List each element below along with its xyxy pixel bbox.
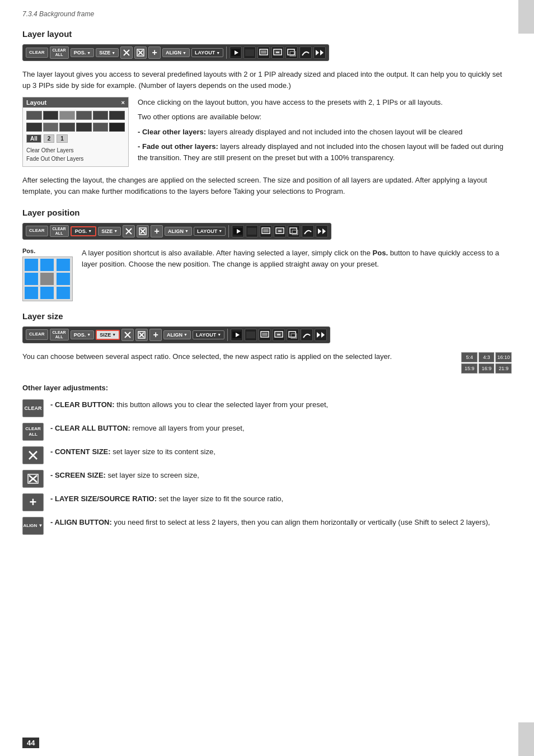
pos-dropdown[interactable]: POS. ▼ (71, 48, 94, 57)
transition-icon-2[interactable] (316, 225, 328, 237)
clear-icon-box[interactable]: CLEAR (22, 399, 44, 417)
preview2-icon-3[interactable] (245, 329, 257, 341)
screen-size-rest: set layer size to screen size, (108, 471, 199, 479)
align-icon-box[interactable]: ALIGN ▼ (22, 517, 44, 535)
screen-size-icon[interactable] (134, 46, 147, 59)
layout-cell-10[interactable] (76, 123, 92, 132)
pos-cell-3[interactable] (57, 259, 70, 271)
layout-cell-12[interactable] (109, 123, 125, 132)
layout-cell-1[interactable] (26, 111, 42, 120)
layout-cell-5[interactable] (93, 111, 109, 120)
align-dropdown-2[interactable]: ALIGN▼ (165, 227, 192, 236)
layer-icon-3[interactable] (259, 329, 271, 341)
clear-button-2[interactable]: CLEAR (26, 226, 48, 236)
layer-icon[interactable] (257, 46, 270, 59)
layout-option-fade[interactable]: Fade Out Other Layers (26, 155, 125, 163)
pos-cell-6[interactable] (57, 273, 70, 285)
pos-cell-9[interactable] (57, 287, 70, 299)
preview2-icon[interactable] (243, 46, 256, 59)
layout-intro: Once clicking on the layout button, you … (138, 97, 512, 108)
align-dropdown[interactable]: ALIGN ▼ (162, 48, 190, 57)
ratio-5-4[interactable]: 5:4 (461, 352, 477, 362)
clear-all-button-2[interactable]: CLEARALL (50, 225, 69, 237)
layout-cell-2[interactable] (43, 111, 59, 120)
clear-button[interactable]: CLEAR (26, 48, 48, 58)
ratio-21-9[interactable]: 21:9 (495, 363, 512, 374)
screen-size-icon-2[interactable] (137, 225, 149, 237)
content-size-icon-2[interactable] (123, 225, 135, 237)
size-dropdown-3[interactable]: SIZE▼ (96, 330, 120, 340)
preview2-icon-2[interactable] (246, 225, 258, 237)
layer-ratio-icon-3[interactable]: + (149, 329, 162, 341)
size-section-row: You can choose between several aspect ra… (22, 351, 512, 374)
clear-all-icon-box[interactable]: CLEARALL (22, 423, 44, 441)
program-icon-2[interactable] (274, 225, 286, 237)
layout-tab-all[interactable]: All (26, 134, 41, 143)
preview-icon[interactable] (229, 46, 242, 59)
layout-panel-close-icon[interactable]: × (121, 99, 125, 106)
screen-size-icon-3[interactable] (135, 329, 148, 341)
transition-icon-3[interactable] (315, 329, 327, 341)
curve-icon[interactable] (299, 46, 312, 59)
curve-icon-3[interactable] (301, 329, 313, 341)
pos-cell-7[interactable] (25, 287, 38, 299)
preview-icon-2[interactable] (232, 225, 244, 237)
program-icon-3[interactable] (273, 329, 285, 341)
pos-cell-2[interactable] (40, 259, 54, 271)
layout-cell-8[interactable] (43, 123, 59, 132)
layout-cell-11[interactable] (93, 123, 109, 132)
pos-cell-5[interactable] (40, 273, 54, 285)
clear-button-3[interactable]: CLEAR (26, 329, 48, 339)
layout-cell-4[interactable] (76, 111, 92, 120)
layout-dropdown-3[interactable]: LAYOUT▼ (193, 330, 224, 339)
svg-rect-29 (278, 230, 282, 232)
svg-marker-50 (321, 332, 325, 338)
ratio-16-9[interactable]: 16:9 (479, 363, 495, 374)
ratio-15-9[interactable]: 15:9 (461, 363, 477, 374)
ratio-4-3[interactable]: 4:3 (479, 352, 495, 362)
layout-option-clear[interactable]: Clear Other Layers (26, 146, 125, 155)
svg-rect-7 (245, 49, 254, 56)
layer-ratio-icon-2[interactable]: + (151, 225, 163, 237)
transition-icon[interactable] (313, 46, 326, 59)
position-description: A layer position shortcut is also availa… (82, 248, 512, 301)
screen-size-icon-box[interactable] (22, 470, 44, 488)
other-adjustments-title: Other layer adjustments: (22, 382, 512, 394)
layout2-arrow-icon: ▼ (218, 229, 222, 233)
layout-cell-3[interactable] (59, 111, 75, 120)
program-icon[interactable] (271, 46, 284, 59)
pos-cell-8[interactable] (40, 287, 54, 299)
layout-tab-2[interactable]: 2 (44, 134, 55, 143)
curve-icon-2[interactable] (302, 225, 314, 237)
resize-icon-3[interactable] (287, 329, 299, 341)
clear-option-bold: - Clear other layers: (138, 128, 206, 136)
svg-rect-41 (246, 332, 255, 338)
pos-cell-4[interactable] (25, 273, 38, 285)
layer-ratio-icon[interactable]: + (148, 46, 161, 59)
content-size-icon-box[interactable] (22, 446, 44, 464)
resize-icon-2[interactable] (288, 225, 300, 237)
clear-all-button-3[interactable]: CLEARALL (50, 329, 69, 340)
layout-tab-1[interactable]: 1 (57, 134, 68, 143)
layout-cell-6[interactable] (109, 111, 125, 120)
fade-option-text: - Fade out other layers: layers already … (138, 141, 512, 164)
align-dropdown-3[interactable]: ALIGN▼ (163, 330, 191, 339)
preview-icon-3[interactable] (231, 329, 243, 341)
size-dropdown[interactable]: SIZE ▼ (96, 48, 119, 57)
resize-icon[interactable] (285, 46, 298, 59)
pos-cell-1[interactable] (25, 259, 38, 271)
content-size-icon-3[interactable] (121, 329, 134, 341)
pos-dropdown-2[interactable]: POS. ▼ (71, 226, 96, 236)
content-size-icon[interactable] (120, 46, 133, 59)
layer-ratio-icon-box[interactable]: + (22, 493, 44, 511)
layout-cell-7[interactable] (26, 123, 42, 132)
layout-dropdown[interactable]: LAYOUT ▼ (191, 48, 223, 57)
layout-dropdown-2[interactable]: LAYOUT▼ (194, 227, 226, 236)
layer-icon-2[interactable] (260, 225, 272, 237)
layout-cell-9[interactable] (59, 123, 75, 132)
size-dropdown-2[interactable]: SIZE ▼ (98, 227, 121, 236)
pos-dropdown-3[interactable]: POS.▼ (71, 330, 94, 339)
clear-all-button[interactable]: CLEARALL (50, 46, 69, 58)
content-size-rest: set layer size to its content size, (113, 447, 216, 456)
ratio-16-10[interactable]: 16:10 (495, 352, 512, 362)
